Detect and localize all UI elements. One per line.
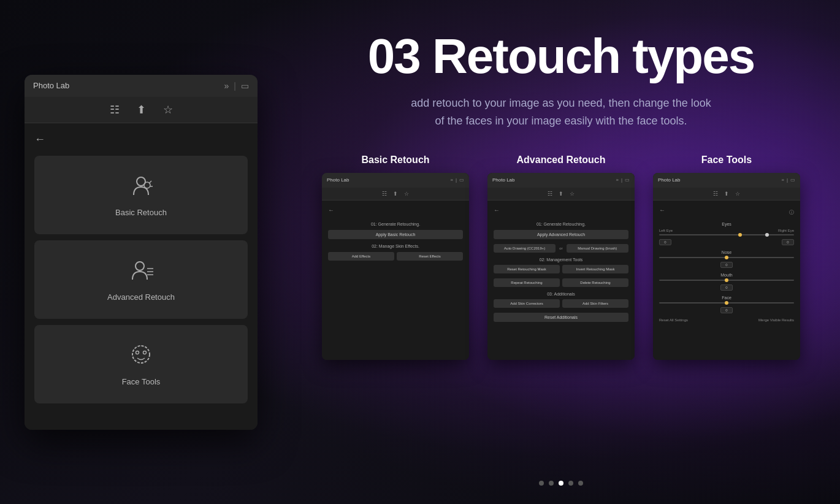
ss-star-face: ☆ — [735, 191, 740, 197]
ss-face-slider[interactable] — [659, 302, 794, 304]
ss-nose-slider[interactable] — [659, 257, 794, 258]
app-content: ← — [25, 123, 258, 430]
ss-step2-basic: 02: Manage Skin Effects. — [328, 244, 463, 248]
ss-mouth-thumb — [725, 278, 728, 282]
pagination-dots — [319, 481, 803, 486]
ss-title-advanced: Photo Lab — [492, 177, 514, 183]
screenshot-window-advanced: Photo Lab » | ▭ ☷ ⬆ ☆ ← — [487, 173, 635, 360]
ss-right-eye-value: 0 — [782, 239, 794, 245]
screenshot-label-advanced: Advanced Retouch — [517, 155, 606, 166]
ss-btn-delete[interactable]: Delete Retouching — [562, 278, 628, 287]
ss-or-label: or — [558, 246, 563, 250]
dot-5[interactable] — [578, 481, 583, 486]
ss-upload-advanced: ⬆ — [559, 191, 563, 197]
basic-retouch-label: Basic Retouch — [115, 208, 167, 217]
ss-mouth-slider[interactable] — [659, 280, 794, 281]
ss-reset-btn[interactable]: Reset All Settings — [659, 318, 688, 322]
ss-menu-basic: ☷ — [382, 191, 387, 197]
titlebar-controls: » | ▭ — [224, 81, 249, 91]
basic-retouch-card[interactable]: Basic Retouch — [34, 156, 248, 234]
ss-eyes-slider[interactable] — [659, 234, 794, 235]
screenshot-label-face: Face Tools — [701, 155, 752, 166]
face-tools-icon — [129, 342, 153, 370]
ss-bottom-row: Reset All Settings Merge Visible Results — [659, 318, 794, 322]
ss-face-header-row: ← ⓘ — [659, 207, 794, 218]
ss-titlebar-face: Photo Lab » | ▭ — [653, 173, 800, 188]
ss-content-advanced: ← 01: Generate Retouching. Apply Advance… — [487, 200, 635, 360]
ss-eyes-section: Eyes Left Eye Right Eye — [659, 222, 794, 245]
ss-btn-reset-mask[interactable]: Reset Retouching Mask — [494, 265, 560, 273]
ss-upload-basic: ⬆ — [393, 191, 398, 197]
svg-point-9 — [136, 351, 139, 354]
ss-menu-face: ☷ — [713, 191, 718, 197]
ss-titlebar-advanced: Photo Lab » | ▭ — [487, 173, 635, 188]
ss-step3-advanced: 03: Additionals — [494, 292, 628, 296]
ss-header-row-basic: ← — [328, 207, 463, 218]
ss-toolbar-basic: ☷ ⬆ ☆ — [322, 188, 469, 200]
ss-btn-add-filters[interactable]: Add Skin Filters — [562, 299, 628, 308]
ss-upload-face: ⬆ — [724, 191, 729, 197]
ss-expand-basic: » — [450, 177, 452, 183]
advanced-retouch-label: Advanced Retouch — [107, 292, 175, 302]
ss-btn2a-basic[interactable]: Add Effects — [328, 252, 394, 261]
ss-eyes-thumb-right — [765, 233, 769, 237]
ss-close-basic: ▭ — [459, 177, 464, 183]
ss-info-face: ⓘ — [789, 209, 794, 216]
menu-cards: Basic Retouch — [34, 156, 248, 403]
upload-icon[interactable]: ⬆ — [137, 103, 146, 116]
ss-mgmt-row1: Reset Retouching Mask Invert Retouching … — [494, 265, 628, 273]
face-tools-label: Face Tools — [122, 377, 161, 386]
svg-point-10 — [143, 351, 147, 354]
ss-btn-row-basic: Add Effects Reset Effects — [328, 252, 463, 261]
ss-star-advanced: ☆ — [570, 191, 575, 197]
ss-btn-manual[interactable]: Manual Drawing (brush) — [567, 244, 628, 253]
left-panel: Photo Lab » | ▭ ☷ ⬆ ☆ ← — [0, 0, 282, 504]
screenshots-section: Basic Retouch Photo Lab » | ▭ ☷ ⬆ ☆ — [319, 155, 803, 471]
expand-icon[interactable]: » — [224, 81, 229, 91]
back-button[interactable]: ← — [34, 133, 248, 146]
ss-controls-advanced: » | ▭ — [616, 177, 630, 183]
ss-mouth-value: 0 — [720, 284, 733, 291]
ss-merge-btn[interactable]: Merge Visible Results — [758, 318, 794, 322]
dot-1[interactable] — [539, 481, 544, 486]
screenshot-col-advanced: Advanced Retouch Photo Lab » | ▭ ☷ ⬆ ☆ — [484, 155, 638, 360]
ss-mouth-section: Mouth 0 — [659, 273, 794, 291]
ss-nose-value: 0 — [720, 262, 733, 268]
ss-step2-advanced: 02: Management Tools — [494, 258, 628, 262]
ss-nose-title: Nose — [659, 250, 794, 254]
heading-section: 03 Retouch types add retouch to your ima… — [319, 31, 803, 130]
ss-btn-repeat[interactable]: Repeat Retouching — [494, 278, 560, 287]
app-window: Photo Lab » | ▭ ☷ ⬆ ☆ ← — [25, 75, 258, 430]
ss-btn1-advanced[interactable]: Apply Advanced Retouch — [494, 230, 628, 239]
svg-line-2 — [149, 181, 151, 183]
right-panel: 03 Retouch types add retouch to your ima… — [282, 0, 840, 504]
ss-btn-invert-mask[interactable]: Invert Retouching Mask — [562, 265, 628, 273]
ss-btn-auto[interactable]: Auto Drawing (CC2019+) — [494, 244, 556, 253]
ss-btn-reset-add[interactable]: Reset Additionals — [494, 313, 628, 322]
close-icon[interactable]: ▭ — [241, 81, 249, 91]
ss-controls-face: » | ▭ — [781, 177, 795, 183]
ss-eyes-thumb-left — [738, 233, 742, 237]
subtitle-line1: add retouch to your image as you need, t… — [411, 97, 711, 109]
dot-3[interactable] — [559, 481, 563, 486]
star-icon[interactable]: ☆ — [163, 103, 173, 116]
ss-toolbar-face: ☷ ⬆ ☆ — [653, 188, 800, 200]
ss-face-title: Face — [659, 296, 794, 300]
advanced-retouch-card[interactable]: Advanced Retouch — [34, 240, 248, 319]
ss-right-eye-label: Right Eye — [778, 229, 794, 232]
screenshot-col-basic: Basic Retouch Photo Lab » | ▭ ☷ ⬆ ☆ — [319, 155, 472, 360]
ss-nose-thumb — [725, 256, 728, 259]
ss-eyes-track — [659, 234, 794, 235]
dot-2[interactable] — [549, 481, 554, 486]
ss-back-advanced: ← — [494, 207, 500, 213]
ss-btn-add-correctors[interactable]: Add Skin Correctors — [494, 299, 560, 308]
app-title: Photo Lab — [33, 81, 69, 90]
face-tools-card[interactable]: Face Tools — [34, 325, 248, 403]
ss-back-basic: ← — [328, 207, 334, 213]
ss-mgmt-row2: Repeat Retouching Delete Retouching — [494, 278, 628, 287]
ss-eyes-values: 0 0 — [659, 239, 794, 245]
ss-btn2b-basic[interactable]: Reset Effects — [397, 252, 463, 261]
dot-4[interactable] — [568, 481, 573, 486]
menu-icon[interactable]: ☷ — [110, 103, 120, 116]
ss-btn1-basic[interactable]: Apply Basic Retouch — [328, 230, 463, 239]
